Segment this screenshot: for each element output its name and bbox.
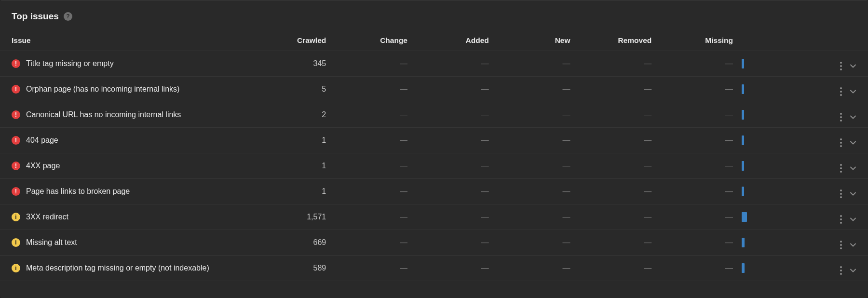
col-header-change[interactable]: Change: [331, 30, 412, 51]
table-header-row: Issue Crawled Change Added New Removed M…: [0, 30, 868, 51]
bar-track: [742, 57, 815, 70]
table-row[interactable]: !404 page1—————: [0, 128, 868, 153]
cell-issue: !404 page: [0, 128, 250, 153]
kebab-icon[interactable]: [840, 138, 842, 147]
bar-track: [742, 236, 815, 249]
table-row[interactable]: i3XX redirect1,571—————: [0, 204, 868, 230]
cell-new: —: [494, 102, 575, 128]
error-icon: !: [12, 59, 20, 68]
bar-fill: [742, 212, 747, 222]
col-header-crawled[interactable]: Crawled: [250, 30, 331, 51]
table-row[interactable]: iMissing alt text669—————: [0, 230, 868, 256]
cell-added: —: [412, 128, 494, 153]
cell-bar: [738, 256, 819, 281]
cell-issue: iMeta description tag missing or empty (…: [0, 256, 250, 281]
cell-crawled: 1: [250, 128, 331, 153]
cell-missing: —: [656, 179, 738, 204]
cell-change: —: [331, 204, 412, 230]
table-row[interactable]: !Title tag missing or empty345—————: [0, 51, 868, 77]
cell-missing: —: [656, 77, 738, 102]
cell-new: —: [494, 77, 575, 102]
kebab-icon[interactable]: [840, 215, 842, 224]
cell-change: —: [331, 102, 412, 128]
cell-removed: —: [575, 102, 657, 128]
cell-change: —: [331, 77, 412, 102]
warning-icon: i: [12, 238, 20, 247]
kebab-icon[interactable]: [840, 164, 842, 173]
chevron-down-icon[interactable]: [850, 216, 856, 223]
cell-bar: [738, 51, 819, 77]
chevron-down-icon[interactable]: [850, 242, 856, 248]
cell-new: —: [494, 204, 575, 230]
help-icon[interactable]: ?: [64, 12, 72, 21]
col-header-missing[interactable]: Missing: [656, 30, 738, 51]
table-row[interactable]: !Canonical URL has no incoming internal …: [0, 102, 868, 128]
error-icon: !: [12, 162, 20, 170]
cell-missing: —: [656, 128, 738, 153]
cell-removed: —: [575, 51, 657, 77]
cell-bar: [738, 230, 819, 256]
cell-actions: [819, 102, 868, 128]
cell-crawled: 1: [250, 153, 331, 179]
cell-crawled: 1: [250, 179, 331, 204]
cell-removed: —: [575, 230, 657, 256]
bar-fill: [742, 110, 744, 120]
cell-added: —: [412, 204, 494, 230]
cell-issue: !4XX page: [0, 153, 250, 179]
chevron-down-icon[interactable]: [850, 190, 856, 197]
cell-bar: [738, 77, 819, 102]
kebab-icon[interactable]: [840, 266, 842, 275]
table-row[interactable]: !Page has links to broken page1—————: [0, 179, 868, 204]
cell-new: —: [494, 51, 575, 77]
chevron-down-icon[interactable]: [850, 139, 856, 146]
cell-actions: [819, 153, 868, 179]
bar-track: [742, 159, 815, 173]
kebab-icon[interactable]: [840, 190, 842, 198]
cell-added: —: [412, 51, 494, 77]
bar-track: [742, 134, 815, 147]
chevron-down-icon[interactable]: [850, 63, 856, 69]
error-icon: !: [12, 110, 20, 119]
kebab-icon[interactable]: [840, 241, 842, 249]
cell-bar: [738, 102, 819, 128]
kebab-icon[interactable]: [840, 62, 842, 70]
table-row[interactable]: !Orphan page (has no incoming internal l…: [0, 77, 868, 102]
bar-fill: [742, 238, 745, 247]
cell-change: —: [331, 153, 412, 179]
col-header-issue[interactable]: Issue: [0, 30, 250, 51]
cell-bar: [738, 128, 819, 153]
cell-bar: [738, 179, 819, 204]
chevron-down-icon[interactable]: [850, 88, 856, 95]
cell-change: —: [331, 51, 412, 77]
cell-removed: —: [575, 153, 657, 179]
cell-new: —: [494, 230, 575, 256]
bar-track: [742, 108, 815, 122]
cell-added: —: [412, 153, 494, 179]
bar-fill: [742, 84, 744, 94]
col-header-removed[interactable]: Removed: [575, 30, 657, 51]
bar-fill: [742, 135, 744, 145]
issue-label: Meta description tag missing or empty (n…: [26, 263, 209, 273]
chevron-down-icon[interactable]: [850, 165, 856, 172]
bar-track: [742, 261, 815, 275]
kebab-icon[interactable]: [840, 87, 842, 96]
col-header-actions: [819, 30, 868, 51]
kebab-icon[interactable]: [840, 113, 842, 122]
chevron-down-icon[interactable]: [850, 114, 856, 121]
table-row[interactable]: iMeta description tag missing or empty (…: [0, 256, 868, 281]
warning-icon: i: [12, 213, 20, 221]
error-icon: !: [12, 136, 20, 145]
cell-bar: [738, 153, 819, 179]
chevron-down-icon[interactable]: [850, 267, 856, 274]
issue-label: 3XX redirect: [26, 212, 68, 222]
col-header-new[interactable]: New: [494, 30, 575, 51]
error-icon: !: [12, 85, 20, 94]
col-header-added[interactable]: Added: [412, 30, 494, 51]
bar-fill: [742, 161, 744, 171]
table-row[interactable]: !4XX page1—————: [0, 153, 868, 179]
cell-removed: —: [575, 77, 657, 102]
cell-issue: !Canonical URL has no incoming internal …: [0, 102, 250, 128]
cell-crawled: 669: [250, 230, 331, 256]
cell-actions: [819, 128, 868, 153]
bar-fill: [742, 187, 744, 196]
